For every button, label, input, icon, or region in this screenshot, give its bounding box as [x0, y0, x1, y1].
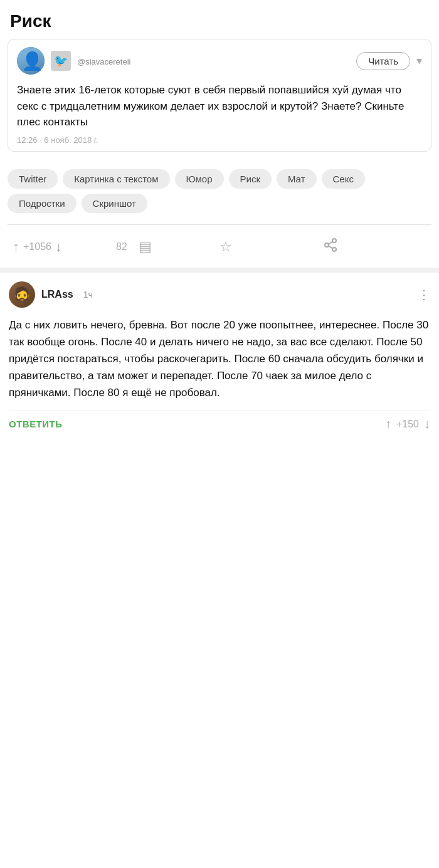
comment-time: 1ч [83, 290, 93, 300]
tag-risk[interactable]: Риск [229, 169, 272, 189]
tag-mat[interactable]: Мат [277, 169, 317, 189]
actions-row: ↑ +1056 ↓ 82 ▤ ☆ [0, 231, 439, 268]
verified-icon: 🐦 [51, 51, 71, 71]
tag-picture-text[interactable]: Картинка с текстом [63, 169, 169, 189]
comment-header: 🧔 LRAss 1ч ⋮ [9, 281, 430, 308]
comment-separator [0, 268, 439, 273]
more-options-icon[interactable]: ⋮ [418, 287, 430, 302]
post-card: 🐦 @slavacereteli Читать ▾ Знаете этих 16… [8, 39, 431, 152]
tag-humor[interactable]: Юмор [175, 169, 224, 189]
comment-username: LRAss [41, 289, 73, 300]
reply-button[interactable]: ОТВЕТИТЬ [9, 419, 63, 429]
share-group [323, 238, 426, 256]
comment-group: 82 ▤ [116, 239, 220, 255]
comment-footer: ОТВЕТИТЬ ↑ +150 ↓ [9, 410, 430, 441]
post-header: 🐦 @slavacereteli Читать ▾ [8, 39, 431, 80]
comment-header-left: 🧔 LRAss 1ч [9, 281, 93, 308]
post-body: Знаете этих 16-леток которые суют в себя… [8, 80, 431, 151]
star-group: ☆ [220, 239, 323, 255]
tag-sex[interactable]: Секс [322, 169, 365, 189]
page-title: Риск [0, 0, 439, 39]
svg-line-4 [329, 241, 333, 244]
comment-upvote-icon[interactable]: ↑ [385, 417, 391, 431]
read-button[interactable]: Читать [356, 52, 410, 70]
comment-section: 🧔 LRAss 1ч ⋮ Да с них ловить нечего, бре… [0, 273, 439, 442]
tag-screenshot[interactable]: Скриншот [82, 194, 147, 213]
vote-group: ↑ +1056 ↓ [13, 239, 116, 255]
comment-count: 82 [116, 241, 135, 253]
chevron-down-icon[interactable]: ▾ [416, 54, 422, 68]
share-icon[interactable] [323, 238, 338, 256]
tags-section: Twitter Картинка с текстом Юмор Риск Мат… [0, 159, 439, 218]
comment-icon[interactable]: ▤ [139, 239, 152, 255]
upvote-icon[interactable]: ↑ [13, 239, 19, 255]
avatar-image [17, 47, 45, 75]
star-icon[interactable]: ☆ [220, 239, 232, 255]
post-header-right: Читать ▾ [356, 52, 422, 70]
comment: 🧔 LRAss 1ч ⋮ Да с них ловить нечего, бре… [0, 273, 439, 442]
tag-teenagers[interactable]: Подростки [8, 194, 77, 213]
post-date: 12:26 · 6 нояб. 2018 г. [17, 135, 422, 145]
comment-downvote-icon[interactable]: ↓ [424, 417, 430, 431]
comment-votes: ↑ +150 ↓ [385, 417, 430, 431]
comment-avatar: 🧔 [9, 281, 35, 308]
comment-text: Да с них ловить нечего, бревна. Вот посл… [9, 314, 430, 410]
divider [8, 224, 431, 225]
comment-vote-count: +150 [396, 419, 419, 430]
avatar [17, 47, 45, 75]
downvote-icon[interactable]: ↓ [55, 239, 62, 255]
tag-twitter[interactable]: Twitter [8, 169, 58, 189]
post-text: Знаете этих 16-леток которые суют в себя… [17, 82, 422, 130]
post-username: @slavacereteli [77, 57, 130, 66]
svg-line-3 [329, 246, 333, 248]
post-header-left: 🐦 @slavacereteli [17, 47, 130, 75]
upvote-count: +1056 [23, 241, 51, 253]
